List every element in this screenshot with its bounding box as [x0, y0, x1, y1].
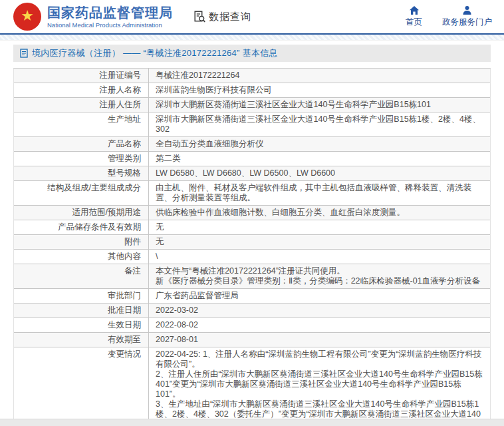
row-label: 备注	[14, 264, 149, 288]
org-name-en: National Medical Products Administration	[47, 21, 173, 29]
row-label: 变更情况	[14, 347, 149, 426]
table-row: 审批部门广东省药品监督管理局	[14, 289, 490, 304]
header-hatch-band	[0, 35, 504, 41]
row-label: 产品名称	[14, 137, 149, 151]
table-row: 型号规格LW D6580、LW D6680、LW D6500、LW D6600	[14, 166, 490, 181]
row-value: 无	[149, 220, 490, 234]
table-row: 生产地址深圳市大鹏新区葵涌街道三溪社区金业大道140号生命科学产业园B15栋1楼…	[14, 112, 490, 137]
nav-portal-label: 政务服务门户	[442, 17, 492, 28]
row-value: 全自动五分类血液细胞分析仪	[149, 137, 490, 151]
table-row: 批准日期2022-03-02	[14, 304, 490, 318]
row-label: 附件	[14, 235, 149, 249]
row-value: 供临床检验中作血液细胞计数、白细胞五分类、血红蛋白浓度测量。	[149, 206, 490, 220]
table-row: 附件无	[14, 235, 490, 250]
row-label: 注册人名称	[14, 83, 149, 97]
table-row: 有效期至2027-08-01	[14, 333, 490, 347]
row-value: 2022-03-02	[149, 304, 490, 318]
table-row: 生效日期2022-08-02	[14, 318, 490, 333]
footer-band	[0, 419, 504, 426]
page-title: 境内医疗器械（注册） —— “粤械注准20172221264” 基本信息	[32, 47, 278, 59]
row-value: 2027-08-01	[149, 333, 490, 347]
table-row: 产品名称全自动五分类血液细胞分析仪	[14, 137, 490, 152]
person-icon	[462, 5, 472, 15]
row-label: 批准日期	[14, 304, 149, 318]
row-label: 产品储存条件及有效期	[14, 220, 149, 234]
row-label: 审批部门	[14, 289, 149, 303]
row-value: 2022-08-02	[149, 318, 490, 332]
row-value: 第二类	[149, 152, 490, 166]
nav-home[interactable]: 首页	[406, 5, 422, 28]
row-value: \	[149, 250, 490, 264]
table-row: 注册人住所深圳市大鹏新区葵涌街道三溪社区金业大道140号生命科学产业园B15栋1…	[14, 98, 490, 112]
row-value: 深圳市大鹏新区葵涌街道三溪社区金业大道140号生命科学产业园B15栋1楼、2楼、…	[149, 112, 490, 136]
table-row: 其他内容\	[14, 250, 490, 264]
home-icon	[409, 5, 420, 15]
row-value: LW D6580、LW D6680、LW D6500、LW D6600	[149, 166, 490, 180]
page-title-bar: 境内医疗器械（注册） —— “粤械注准20172221264” 基本信息	[13, 45, 491, 62]
table-row: 备注本文件与“粤械注准20172221264”注册证共同使用。 新《医疗器械分类…	[14, 264, 490, 289]
table-row: 适用范围/预期用途供临床检验中作血液细胞计数、白细胞五分类、血红蛋白浓度测量。	[14, 206, 490, 220]
row-label: 管理类别	[14, 152, 149, 166]
row-label: 生产地址	[14, 112, 149, 136]
row-label: 有效期至	[14, 333, 149, 347]
row-value: 深圳蓝韵生物医疗科技有限公司	[149, 83, 490, 97]
data-query-label: 数据查询	[209, 11, 251, 23]
registration-info-table: 注册证编号粤械注准20172221264 注册人名称深圳蓝韵生物医疗科技有限公司…	[13, 68, 491, 426]
table-row: 注册人名称深圳蓝韵生物医疗科技有限公司	[14, 83, 490, 98]
row-value: 无	[149, 235, 490, 249]
row-value: 由主机、附件、耗材及客户端软件组成，其中主机包括血液吸样管、稀释装置、清洗装置、…	[149, 181, 490, 205]
row-label: 结构及组成/主要组成成分	[14, 181, 149, 205]
document-icon	[20, 49, 28, 58]
header: ★ 国家药品监督管理局 National Medical Products Ad…	[0, 0, 504, 35]
nav-home-label: 首页	[406, 17, 422, 28]
row-value: 本文件与“粤械注准20172221264”注册证共同使用。 新《医疗器械分类目录…	[149, 264, 490, 288]
row-value: 粤械注准20172221264	[149, 69, 490, 83]
page: ★ 国家药品监督管理局 National Medical Products Ad…	[0, 0, 504, 426]
row-label: 注册证编号	[14, 69, 149, 83]
doc-search-icon	[193, 10, 206, 23]
national-emblem-icon: ★	[13, 3, 41, 31]
site-logo[interactable]: ★ 国家药品监督管理局 National Medical Products Ad…	[13, 3, 173, 31]
org-name-cn: 国家药品监督管理局	[47, 5, 173, 21]
row-label: 生效日期	[14, 318, 149, 332]
table-row: 管理类别第二类	[14, 152, 490, 166]
row-label: 适用范围/预期用途	[14, 206, 149, 220]
main-content: 境内医疗器械（注册） —— “粤械注准20172221264” 基本信息 注册证…	[13, 45, 491, 426]
row-value: 广东省药品监督管理局	[149, 289, 490, 303]
row-label: 其他内容	[14, 250, 149, 264]
table-row: 结构及组成/主要组成成分由主机、附件、耗材及客户端软件组成，其中主机包括血液吸样…	[14, 181, 490, 206]
nav-portal[interactable]: 政务服务门户	[442, 5, 492, 28]
table-row: 注册证编号粤械注准20172221264	[14, 69, 490, 83]
table-row: 产品储存条件及有效期无	[14, 220, 490, 235]
row-value: 深圳市大鹏新区葵涌街道三溪社区金业大道140号生命科学产业园B15栋101	[149, 98, 490, 112]
row-label: 注册人住所	[14, 98, 149, 112]
data-query-tab[interactable]: 数据查询	[193, 10, 251, 23]
row-label: 型号规格	[14, 166, 149, 180]
row-value: 2022-04-25: 1、注册人名称由“深圳蓝韵生物工程有限公司”变更为“深圳…	[149, 347, 490, 426]
top-nav: 首页 政务服务门户	[406, 5, 492, 28]
table-row: 变更情况2022-04-25: 1、注册人名称由“深圳蓝韵生物工程有限公司”变更…	[14, 347, 490, 426]
